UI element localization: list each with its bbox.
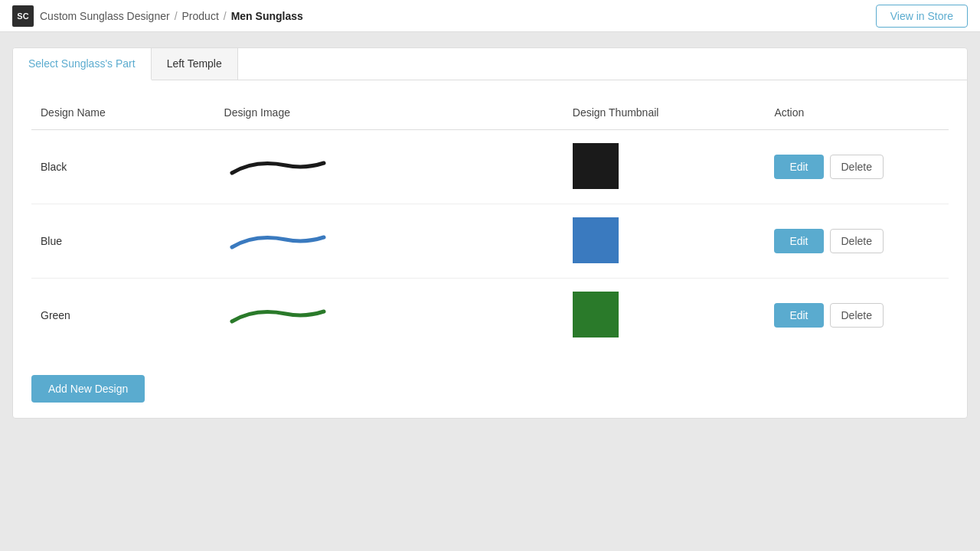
- app-header: SC Custom Sunglass Designer / Product / …: [0, 0, 980, 32]
- delete-button-green[interactable]: Delete: [830, 303, 884, 328]
- tab-bar: Select Sunglass's Part Left Temple: [13, 48, 967, 80]
- design-image-cell: [215, 204, 564, 279]
- breadcrumb-section: Product: [182, 10, 219, 22]
- main-content: Select Sunglass's Part Left Temple Desig…: [0, 32, 980, 434]
- edit-button-blue[interactable]: Edit: [774, 229, 823, 253]
- design-action-cell: EditDelete: [765, 279, 949, 353]
- design-thumbnail-cell: [564, 279, 766, 353]
- header-left: SC Custom Sunglass Designer / Product / …: [12, 5, 303, 27]
- design-action-cell: EditDelete: [765, 204, 949, 279]
- breadcrumb-sep2: /: [224, 10, 227, 22]
- content-card: Select Sunglass's Part Left Temple Desig…: [12, 47, 968, 419]
- col-header-name: Design Name: [31, 99, 215, 130]
- design-image-cell: [215, 130, 564, 204]
- design-name-cell: Black: [31, 130, 215, 204]
- delete-button-black[interactable]: Delete: [830, 155, 884, 179]
- tab-select-part[interactable]: Select Sunglass's Part: [13, 48, 152, 80]
- tab-left-temple[interactable]: Left Temple: [152, 48, 238, 80]
- col-header-image: Design Image: [215, 99, 564, 130]
- design-action-cell: EditDelete: [765, 130, 949, 204]
- design-name-cell: Green: [31, 279, 215, 353]
- table-header-row: Design Name Design Image Design Thumbnai…: [31, 99, 949, 130]
- table-row: Blue EditDelete: [31, 204, 949, 279]
- design-thumbnail-cell: [564, 130, 766, 204]
- breadcrumb-sep1: /: [175, 10, 178, 22]
- design-name-cell: Blue: [31, 204, 215, 279]
- design-thumbnail-cell: [564, 204, 766, 279]
- table-row: Black EditDelete: [31, 130, 949, 204]
- breadcrumb: Custom Sunglass Designer / Product / Men…: [40, 10, 303, 22]
- edit-button-black[interactable]: Edit: [774, 155, 823, 179]
- edit-button-green[interactable]: Edit: [774, 303, 823, 328]
- breadcrumb-current: Men Sunglass: [231, 10, 303, 22]
- breadcrumb-app: Custom Sunglass Designer: [40, 10, 170, 22]
- delete-button-blue[interactable]: Delete: [830, 229, 884, 253]
- designs-table: Design Name Design Image Design Thumbnai…: [31, 99, 949, 352]
- table-row: Green EditDelete: [31, 279, 949, 353]
- add-design-container: Add New Design: [13, 367, 967, 418]
- design-image-cell: [215, 279, 564, 353]
- table-container: Design Name Design Image Design Thumbnai…: [13, 80, 967, 367]
- col-header-action: Action: [765, 99, 949, 130]
- col-header-thumbnail: Design Thumbnail: [564, 99, 766, 130]
- view-in-store-button[interactable]: View in Store: [876, 5, 968, 28]
- app-logo: SC: [12, 5, 34, 27]
- add-new-design-button[interactable]: Add New Design: [31, 375, 145, 403]
